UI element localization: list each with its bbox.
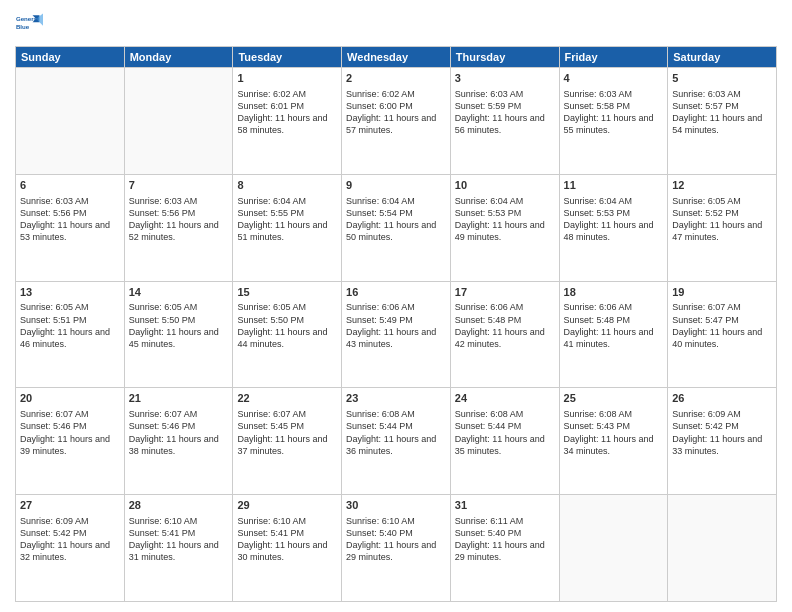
day-info: Sunrise: 6:09 AM Sunset: 5:42 PM Dayligh… bbox=[672, 408, 772, 457]
day-number: 1 bbox=[237, 71, 337, 86]
weekday-header-friday: Friday bbox=[559, 47, 668, 68]
day-info: Sunrise: 6:03 AM Sunset: 5:59 PM Dayligh… bbox=[455, 88, 555, 137]
weekday-header-thursday: Thursday bbox=[450, 47, 559, 68]
calendar-cell: 15Sunrise: 6:05 AM Sunset: 5:50 PM Dayli… bbox=[233, 281, 342, 388]
day-number: 29 bbox=[237, 498, 337, 513]
calendar-cell: 25Sunrise: 6:08 AM Sunset: 5:43 PM Dayli… bbox=[559, 388, 668, 495]
calendar-cell: 10Sunrise: 6:04 AM Sunset: 5:53 PM Dayli… bbox=[450, 174, 559, 281]
calendar-cell: 6Sunrise: 6:03 AM Sunset: 5:56 PM Daylig… bbox=[16, 174, 125, 281]
day-number: 5 bbox=[672, 71, 772, 86]
day-number: 11 bbox=[564, 178, 664, 193]
weekday-header-monday: Monday bbox=[124, 47, 233, 68]
calendar-cell: 14Sunrise: 6:05 AM Sunset: 5:50 PM Dayli… bbox=[124, 281, 233, 388]
day-number: 7 bbox=[129, 178, 229, 193]
day-info: Sunrise: 6:03 AM Sunset: 5:56 PM Dayligh… bbox=[129, 195, 229, 244]
logo: General Blue bbox=[15, 10, 47, 38]
day-number: 3 bbox=[455, 71, 555, 86]
day-info: Sunrise: 6:03 AM Sunset: 5:57 PM Dayligh… bbox=[672, 88, 772, 137]
day-info: Sunrise: 6:08 AM Sunset: 5:44 PM Dayligh… bbox=[346, 408, 446, 457]
calendar-cell: 7Sunrise: 6:03 AM Sunset: 5:56 PM Daylig… bbox=[124, 174, 233, 281]
calendar-week-row: 1Sunrise: 6:02 AM Sunset: 6:01 PM Daylig… bbox=[16, 68, 777, 175]
calendar-cell: 1Sunrise: 6:02 AM Sunset: 6:01 PM Daylig… bbox=[233, 68, 342, 175]
day-number: 4 bbox=[564, 71, 664, 86]
day-info: Sunrise: 6:11 AM Sunset: 5:40 PM Dayligh… bbox=[455, 515, 555, 564]
calendar-cell: 11Sunrise: 6:04 AM Sunset: 5:53 PM Dayli… bbox=[559, 174, 668, 281]
day-number: 23 bbox=[346, 391, 446, 406]
day-info: Sunrise: 6:04 AM Sunset: 5:53 PM Dayligh… bbox=[564, 195, 664, 244]
day-info: Sunrise: 6:05 AM Sunset: 5:50 PM Dayligh… bbox=[129, 301, 229, 350]
day-number: 24 bbox=[455, 391, 555, 406]
day-info: Sunrise: 6:08 AM Sunset: 5:43 PM Dayligh… bbox=[564, 408, 664, 457]
day-number: 16 bbox=[346, 285, 446, 300]
svg-text:General: General bbox=[16, 15, 39, 22]
day-number: 28 bbox=[129, 498, 229, 513]
calendar-cell: 13Sunrise: 6:05 AM Sunset: 5:51 PM Dayli… bbox=[16, 281, 125, 388]
calendar-week-row: 27Sunrise: 6:09 AM Sunset: 5:42 PM Dayli… bbox=[16, 495, 777, 602]
weekday-header-row: SundayMondayTuesdayWednesdayThursdayFrid… bbox=[16, 47, 777, 68]
svg-text:Blue: Blue bbox=[16, 23, 30, 30]
day-info: Sunrise: 6:02 AM Sunset: 6:01 PM Dayligh… bbox=[237, 88, 337, 137]
calendar-cell: 31Sunrise: 6:11 AM Sunset: 5:40 PM Dayli… bbox=[450, 495, 559, 602]
day-info: Sunrise: 6:04 AM Sunset: 5:54 PM Dayligh… bbox=[346, 195, 446, 244]
day-number: 20 bbox=[20, 391, 120, 406]
logo-icon: General Blue bbox=[15, 10, 43, 38]
calendar-cell: 28Sunrise: 6:10 AM Sunset: 5:41 PM Dayli… bbox=[124, 495, 233, 602]
day-info: Sunrise: 6:07 AM Sunset: 5:45 PM Dayligh… bbox=[237, 408, 337, 457]
calendar-cell: 5Sunrise: 6:03 AM Sunset: 5:57 PM Daylig… bbox=[668, 68, 777, 175]
day-info: Sunrise: 6:03 AM Sunset: 5:58 PM Dayligh… bbox=[564, 88, 664, 137]
day-info: Sunrise: 6:06 AM Sunset: 5:48 PM Dayligh… bbox=[564, 301, 664, 350]
calendar-cell: 4Sunrise: 6:03 AM Sunset: 5:58 PM Daylig… bbox=[559, 68, 668, 175]
day-info: Sunrise: 6:08 AM Sunset: 5:44 PM Dayligh… bbox=[455, 408, 555, 457]
day-number: 8 bbox=[237, 178, 337, 193]
weekday-header-tuesday: Tuesday bbox=[233, 47, 342, 68]
calendar-cell bbox=[124, 68, 233, 175]
day-number: 14 bbox=[129, 285, 229, 300]
day-info: Sunrise: 6:07 AM Sunset: 5:47 PM Dayligh… bbox=[672, 301, 772, 350]
day-info: Sunrise: 6:04 AM Sunset: 5:53 PM Dayligh… bbox=[455, 195, 555, 244]
day-info: Sunrise: 6:09 AM Sunset: 5:42 PM Dayligh… bbox=[20, 515, 120, 564]
weekday-header-sunday: Sunday bbox=[16, 47, 125, 68]
weekday-header-wednesday: Wednesday bbox=[342, 47, 451, 68]
calendar-week-row: 20Sunrise: 6:07 AM Sunset: 5:46 PM Dayli… bbox=[16, 388, 777, 495]
calendar-cell: 30Sunrise: 6:10 AM Sunset: 5:40 PM Dayli… bbox=[342, 495, 451, 602]
calendar-cell: 19Sunrise: 6:07 AM Sunset: 5:47 PM Dayli… bbox=[668, 281, 777, 388]
calendar-cell: 27Sunrise: 6:09 AM Sunset: 5:42 PM Dayli… bbox=[16, 495, 125, 602]
day-number: 26 bbox=[672, 391, 772, 406]
calendar-cell: 21Sunrise: 6:07 AM Sunset: 5:46 PM Dayli… bbox=[124, 388, 233, 495]
calendar-cell: 29Sunrise: 6:10 AM Sunset: 5:41 PM Dayli… bbox=[233, 495, 342, 602]
calendar-cell: 20Sunrise: 6:07 AM Sunset: 5:46 PM Dayli… bbox=[16, 388, 125, 495]
day-info: Sunrise: 6:10 AM Sunset: 5:41 PM Dayligh… bbox=[237, 515, 337, 564]
day-number: 19 bbox=[672, 285, 772, 300]
calendar-cell: 18Sunrise: 6:06 AM Sunset: 5:48 PM Dayli… bbox=[559, 281, 668, 388]
weekday-header-saturday: Saturday bbox=[668, 47, 777, 68]
day-info: Sunrise: 6:10 AM Sunset: 5:41 PM Dayligh… bbox=[129, 515, 229, 564]
day-info: Sunrise: 6:07 AM Sunset: 5:46 PM Dayligh… bbox=[20, 408, 120, 457]
day-info: Sunrise: 6:02 AM Sunset: 6:00 PM Dayligh… bbox=[346, 88, 446, 137]
calendar-cell: 23Sunrise: 6:08 AM Sunset: 5:44 PM Dayli… bbox=[342, 388, 451, 495]
day-number: 30 bbox=[346, 498, 446, 513]
calendar-cell bbox=[559, 495, 668, 602]
calendar-cell: 26Sunrise: 6:09 AM Sunset: 5:42 PM Dayli… bbox=[668, 388, 777, 495]
calendar-cell bbox=[16, 68, 125, 175]
calendar-cell: 16Sunrise: 6:06 AM Sunset: 5:49 PM Dayli… bbox=[342, 281, 451, 388]
day-info: Sunrise: 6:04 AM Sunset: 5:55 PM Dayligh… bbox=[237, 195, 337, 244]
day-number: 21 bbox=[129, 391, 229, 406]
day-number: 6 bbox=[20, 178, 120, 193]
day-info: Sunrise: 6:05 AM Sunset: 5:52 PM Dayligh… bbox=[672, 195, 772, 244]
calendar-cell: 24Sunrise: 6:08 AM Sunset: 5:44 PM Dayli… bbox=[450, 388, 559, 495]
day-number: 10 bbox=[455, 178, 555, 193]
page-container: General Blue SundayMondayTuesdayWednesda… bbox=[0, 0, 792, 612]
day-info: Sunrise: 6:03 AM Sunset: 5:56 PM Dayligh… bbox=[20, 195, 120, 244]
day-number: 25 bbox=[564, 391, 664, 406]
day-number: 27 bbox=[20, 498, 120, 513]
calendar-cell: 2Sunrise: 6:02 AM Sunset: 6:00 PM Daylig… bbox=[342, 68, 451, 175]
day-info: Sunrise: 6:05 AM Sunset: 5:50 PM Dayligh… bbox=[237, 301, 337, 350]
day-number: 22 bbox=[237, 391, 337, 406]
day-info: Sunrise: 6:07 AM Sunset: 5:46 PM Dayligh… bbox=[129, 408, 229, 457]
day-number: 13 bbox=[20, 285, 120, 300]
day-number: 17 bbox=[455, 285, 555, 300]
day-number: 9 bbox=[346, 178, 446, 193]
day-number: 2 bbox=[346, 71, 446, 86]
day-number: 31 bbox=[455, 498, 555, 513]
calendar-cell: 3Sunrise: 6:03 AM Sunset: 5:59 PM Daylig… bbox=[450, 68, 559, 175]
